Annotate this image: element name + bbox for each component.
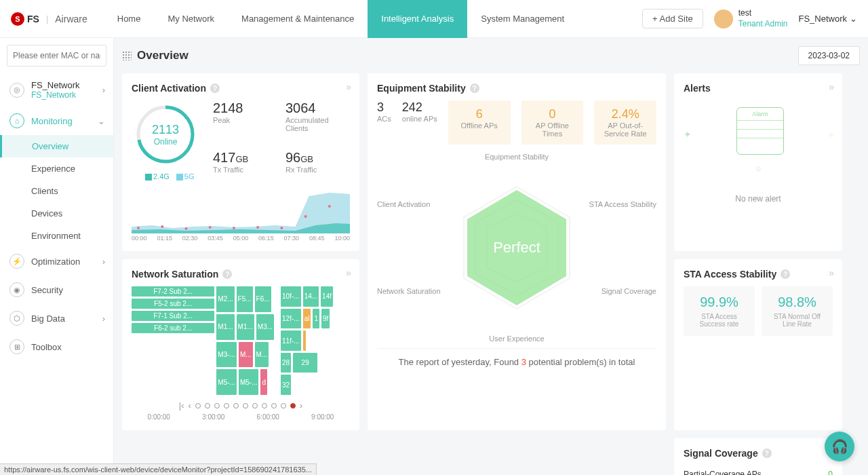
sidebar-toolbox[interactable]: ⊞ Toolbox [0,332,113,361]
sidebar-item-clients[interactable]: Clients [22,180,113,202]
tm-cell[interactable]: 14f [321,286,333,307]
report-summary[interactable]: The report of yesterday, Found 3 potenti… [377,348,656,375]
tm-cell[interactable]: F5... [237,286,253,312]
sidebar-network[interactable]: ◎ FS_Network FS_Network [0,73,113,107]
tm-cell[interactable]: M3-... [216,342,237,368]
tm-cell[interactable]: 28 [281,353,291,373]
tm-cell[interactable]: M3... [256,314,274,340]
user-menu[interactable]: test Tenant Admin [714,8,788,29]
tm-cell[interactable]: al [303,309,311,329]
online-count: 2113 [152,123,179,137]
radar-label-4: Network Saturation [377,287,441,295]
sidebar-optimization[interactable]: ⚡ Optimization [0,247,113,276]
sidebar-item-overview[interactable]: Overview [0,135,113,157]
tm-cell[interactable]: M2... [216,286,234,312]
logo-airware: Airware [55,14,87,24]
tm-cell[interactable]: 11f-... [281,330,301,351]
svg-point-2 [137,227,140,229]
nav-first-icon[interactable]: |‹ [179,400,184,411]
sidebar-item-environment[interactable]: Environment [22,225,113,247]
nav-dot-selected[interactable] [290,403,296,408]
tm-cell[interactable]: F6-2 sub 2... [132,323,214,333]
sta-stability-card: » STA Access Stability ? 99.9%STA Access… [674,259,842,430]
sidebar-item-experience[interactable]: Experience [22,157,113,180]
treemap: F7-2 Sub 2... F5-2 sub 2... F7-1 Sub 2..… [132,286,350,395]
support-fab[interactable]: 🎧 [825,432,854,461]
nav-system-management[interactable]: System Management [467,0,578,38]
tm-cell[interactable]: 10f-... [281,286,301,307]
sparkle-icon: ✦ [684,129,692,140]
nav-home[interactable]: Home [104,0,155,38]
add-site-button[interactable]: + Add Site [642,9,703,28]
tm-cell[interactable]: 9f [321,309,330,329]
tm-cell[interactable]: F6... [255,286,271,312]
tm-cell[interactable]: M... [239,342,253,368]
nav-dot[interactable] [271,403,277,408]
tm-cell[interactable]: 14... [303,286,319,307]
tm-cell[interactable]: M5-... [216,369,237,395]
accum-label: Accumulated Clients [285,116,350,132]
date-picker[interactable]: 2023-03-02 [798,46,860,65]
nav-dot[interactable] [262,403,267,408]
nav-dot[interactable] [195,403,201,408]
radar-label-1: STA Access Stability [589,200,656,208]
nav-dot[interactable] [233,403,239,408]
offline-times-label: AP Offline Times [531,121,574,138]
sidebar-item-devices[interactable]: Devices [22,202,113,225]
avatar-icon [714,10,733,28]
alarm-device-icon [736,107,784,155]
tm-cell[interactable]: M1... [216,314,234,340]
nav-dot[interactable] [214,403,220,408]
tm-cell[interactable]: M... [255,342,269,368]
tm-cell[interactable]: M1... [237,314,254,340]
sta-offline-label: STA Normal Off Line Rate [770,313,825,328]
help-icon[interactable]: ? [762,449,772,458]
signal-coverage-card: » Signal Coverage ? Partial-Coverage APs… [674,438,842,475]
grid-icon [122,51,132,60]
nav-prev-icon[interactable]: ‹ [189,400,191,411]
nav-dot[interactable] [205,403,210,408]
expand-icon[interactable]: » [829,81,834,92]
tm-cell[interactable]: 12f-... [281,309,301,329]
nav-dot[interactable] [281,403,286,408]
nav-intelligent-analysis[interactable]: Intelligent Analysis [368,0,467,38]
tm-cell[interactable]: 1 [313,309,319,329]
user-role: Tenant Admin [738,19,788,30]
tx-value: 417GB [213,150,277,166]
nav-management[interactable]: Management & Maintenance [228,0,368,38]
nav-next-icon[interactable]: › [300,400,302,411]
alerts-card: » Alerts ✦ ○ ☆ No new alert [674,73,842,251]
card-title: STA Access Stability [684,269,776,280]
sidebar-bigdata[interactable]: ⬡ Big Data [0,304,113,332]
radar-label-2: Signal Coverage [601,287,656,295]
tm-cell[interactable]: d [260,369,267,395]
tm-cell[interactable]: 29 [293,353,317,373]
card-title: Alerts [684,83,711,94]
expand-icon[interactable]: » [346,267,351,278]
help-icon[interactable]: ? [781,269,790,279]
tm-cell[interactable] [303,330,306,351]
help-icon[interactable]: ? [210,83,220,93]
nav-dot[interactable] [243,403,248,408]
network-selector[interactable]: FS_Network ⌄ [798,14,857,24]
tm-cell[interactable]: M5-... [239,369,259,395]
legend-24g: 2.4G [145,172,170,180]
peak-label: Peak [213,116,277,124]
tm-cell[interactable]: 32 [281,375,291,395]
sidebar-toolbox-label: Toolbox [31,342,62,352]
search-input[interactable] [7,45,106,66]
offline-times-value: 0 [531,107,574,121]
tm-cell[interactable]: F5-2 sub 2... [132,299,214,309]
logo-separator: | [46,14,48,24]
expand-icon[interactable]: » [829,267,834,278]
nav-dot[interactable] [252,403,258,408]
nav-my-network[interactable]: My Network [154,0,228,38]
help-icon[interactable]: ? [222,269,232,279]
nav-dot[interactable] [224,403,229,408]
tm-cell[interactable]: F7-2 Sub 2... [132,286,214,297]
sidebar-monitoring[interactable]: ⌂ Monitoring [0,107,113,135]
tm-cell[interactable]: F7-1 Sub 2... [132,311,214,321]
expand-icon[interactable]: » [346,81,351,92]
sidebar-security[interactable]: ◉ Security [0,276,113,304]
help-icon[interactable]: ? [470,83,479,93]
